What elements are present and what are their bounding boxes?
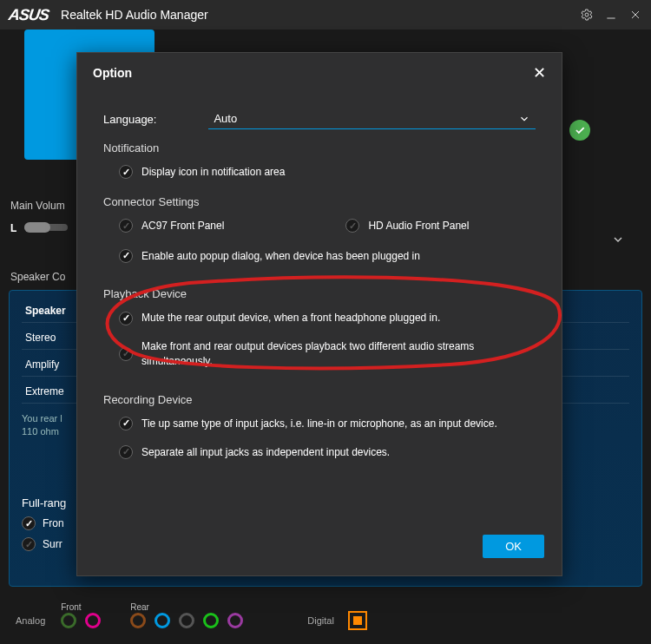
two-streams-label: Make front and rear output devices playb… [141,339,536,369]
check-hd-audio[interactable]: HD Audio Front Panel [345,215,469,237]
ok-button[interactable]: OK [483,535,544,558]
language-value: Auto [214,112,237,125]
minimize-icon[interactable] [604,8,618,22]
front-ports: Front [61,613,101,628]
mute-rear-label: Mute the rear output device, when a fron… [141,311,440,325]
connector-footer: Analog Front Rear Digital [0,597,651,644]
check-surround[interactable]: Surr [22,537,66,551]
check-icon[interactable] [22,516,36,530]
check-front[interactable]: Fron [22,516,66,530]
app-title: Realtek HD Audio Manager [61,8,580,22]
check-ac97[interactable]: AC97 Front Panel [103,215,224,237]
gear-icon[interactable] [580,8,594,22]
analog-label: Analog [16,615,45,626]
tie-up-label: Tie up same type of input jacks, i.e. li… [141,417,497,431]
port-front-pink[interactable] [85,613,101,628]
port-front-green[interactable] [61,613,76,628]
chevron-down-icon [518,113,530,125]
front-ports-label: Front [61,602,81,612]
chevron-down-icon[interactable] [611,233,625,246]
check-display-icon[interactable]: Display icon in notification area [103,161,536,183]
check-separate[interactable]: Separate all input jacks as independent … [103,442,536,463]
check-icon[interactable] [345,219,359,233]
dialog-close-icon[interactable]: ✕ [533,63,546,82]
port-rear-purple[interactable] [227,613,243,628]
port-digital[interactable] [348,611,367,630]
channel-l-label: L [10,222,16,234]
check-icon[interactable] [119,417,133,430]
dialog-title: Option [93,66,132,80]
check-icon[interactable] [119,445,133,459]
titlebar: ASUS Realtek HD Audio Manager [0,0,651,30]
port-rear-gray[interactable] [179,613,194,628]
playback-section: Playback Device [103,287,536,300]
connector-section: Connector Settings [103,195,536,208]
port-rear-green[interactable] [203,613,219,628]
full-range-section: Full-rang Fron Surr [22,496,66,551]
ac97-label: AC97 Front Panel [141,219,224,233]
language-row: Language: Auto [103,108,536,129]
full-range-label: Full-rang [22,496,66,509]
dialog-footer: OK [77,521,562,575]
digital-label: Digital [307,615,334,626]
language-select[interactable]: Auto [208,108,536,129]
check-icon[interactable] [119,312,133,325]
check-icon[interactable] [22,537,36,551]
check-icon[interactable] [119,165,133,179]
check-mute-rear[interactable]: Mute the rear output device, when a fron… [103,307,536,329]
check-icon[interactable] [119,249,133,263]
option-dialog: Option ✕ Language: Auto Notification Dis… [76,52,562,576]
asus-logo: ASUS [8,6,50,24]
display-icon-label: Display icon in notification area [141,165,285,180]
hd-audio-label: HD Audio Front Panel [368,219,469,233]
language-label: Language: [103,113,156,126]
notification-section: Notification [103,141,536,154]
dialog-titlebar: Option ✕ [77,53,562,91]
check-icon[interactable] [119,347,133,361]
dialog-body: Language: Auto Notification Display icon… [77,91,562,521]
recording-section: Recording Device [103,393,536,406]
rear-ports: Rear [130,613,243,628]
port-rear-blue[interactable] [155,613,170,628]
separate-label: Separate all input jacks as independent … [141,445,390,460]
check-icon[interactable] [119,219,133,233]
check-auto-popup[interactable]: Enable auto popup dialog, when device ha… [103,246,536,267]
port-rear-brown[interactable] [130,613,146,628]
titlebar-controls [580,8,642,22]
main-volume-label: Main Volum [10,200,65,212]
close-icon[interactable] [628,8,642,22]
front-speaker-label: Fron [43,517,64,529]
speaker-config-label: Speaker Co [10,271,65,283]
check-two-streams[interactable]: Make front and rear output devices playb… [103,336,536,372]
check-tie-up[interactable]: Tie up same type of input jacks, i.e. li… [103,413,536,435]
auto-popup-label: Enable auto popup dialog, when device ha… [141,249,420,264]
device-ok-badge [569,120,590,141]
surround-speaker-label: Surr [43,538,62,550]
rear-ports-label: Rear [130,602,149,612]
volume-slider[interactable] [24,224,68,231]
